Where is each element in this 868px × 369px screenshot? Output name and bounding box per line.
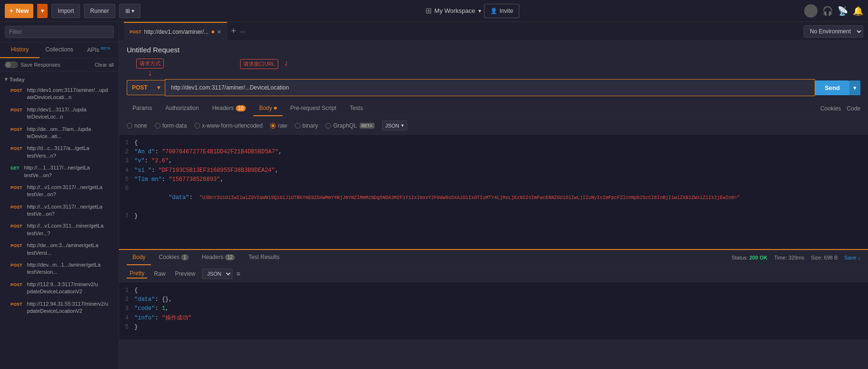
response-tabs-bar: Body Cookies 1 Headers 12 Test Results S…: [119, 250, 868, 266]
req-tab-tests[interactable]: Tests: [344, 101, 369, 116]
req-tab-body[interactable]: Body: [253, 101, 283, 116]
line-number: 7: [123, 212, 134, 221]
req-tab-params[interactable]: Params: [127, 101, 158, 116]
radio-raw[interactable]: raw: [270, 122, 287, 129]
tab-apis[interactable]: APIs BETA: [79, 42, 119, 58]
radio-circle-none: [127, 123, 132, 129]
list-item[interactable]: POST http://...v1.com:3117/...ner/getLat…: [5, 201, 114, 220]
tab-close-icon[interactable]: ×: [217, 28, 221, 36]
line-number: 4: [123, 166, 134, 175]
sidebar-today-section: ▾ Today POST http://dev1.com:3117/aminer…: [0, 71, 119, 320]
response-wrap-button[interactable]: ≡: [236, 270, 240, 278]
method-badge: POST: [9, 126, 24, 133]
code-link[interactable]: Code: [847, 105, 860, 112]
method-badge: POST: [9, 87, 24, 94]
headphones-icon[interactable]: 🎧: [822, 6, 833, 16]
radio-form-data[interactable]: form-data: [155, 122, 187, 129]
list-item[interactable]: POST http://d...c...3117/a.../getLatestV…: [5, 142, 114, 162]
res-tab-tests[interactable]: Test Results: [242, 250, 285, 265]
method-label: POST: [132, 84, 148, 91]
code-content: "data": "U3BnY2UiOiIwIiwiZGV2aWN1SQi0iJ1…: [134, 184, 740, 212]
environment-selector[interactable]: No Environment: [804, 25, 863, 38]
bell-icon[interactable]: 🔔: [853, 6, 863, 16]
runner-button[interactable]: Runner: [84, 4, 115, 18]
res-tab-body[interactable]: Body: [127, 250, 151, 265]
status-value: 200 OK: [749, 255, 767, 260]
list-item[interactable]: GET http://....1...3117/...ner/getLatest…: [5, 162, 114, 181]
sidebar-tabs: History Collections APIs BETA: [0, 42, 119, 59]
code-line-4: 4 "si ": "DF7193C5B13EF3168955F38B3B9DEA…: [119, 166, 868, 175]
workspace-label[interactable]: My Workspace: [434, 7, 475, 14]
tab-history[interactable]: History: [0, 42, 40, 58]
req-tab-auth[interactable]: Authorization: [160, 101, 204, 116]
request-tab-active[interactable]: POST http://dev1.com/aminer/... ×: [124, 22, 227, 41]
format-raw-button[interactable]: Raw: [151, 269, 168, 278]
radio-binary[interactable]: binary: [295, 122, 318, 129]
tab-method-badge: POST: [130, 30, 141, 34]
list-item[interactable]: POST http://de...om:3.../aminer/getLates…: [5, 239, 114, 259]
list-item[interactable]: POST http://dev...m...1.../aminer/getLat…: [5, 259, 114, 279]
list-item[interactable]: POST http://de...om...7/am.../updateDevi…: [5, 123, 114, 143]
invite-button[interactable]: 👤 Invite: [484, 4, 520, 18]
headers-badge: 10: [236, 105, 246, 111]
new-button[interactable]: + New: [5, 4, 33, 18]
toggle-control[interactable]: [5, 61, 18, 68]
req-tab-headers[interactable]: Headers 10: [206, 101, 251, 116]
res-tab-headers[interactable]: Headers 12: [196, 250, 241, 265]
send-button[interactable]: Send: [815, 80, 849, 95]
list-item[interactable]: POST http://...v1.com:3117/...ner/getLat…: [5, 181, 114, 201]
annotation-url-container: 请求接口URL ↓: [240, 59, 289, 77]
extra-button[interactable]: ⊞ ▾: [119, 4, 141, 18]
clear-all-button[interactable]: Clear all: [95, 62, 114, 68]
cookies-link[interactable]: Cookies: [820, 105, 841, 112]
import-button[interactable]: Import: [51, 4, 80, 18]
radio-urlencoded[interactable]: x-www-form-urlencoded: [194, 122, 262, 129]
sidebar-actions: Save Responses Clear all: [0, 59, 119, 71]
body-options: none form-data x-www-form-urlencoded raw…: [119, 117, 868, 135]
method-badge: POST: [9, 145, 24, 152]
request-title: Untitled Request: [127, 46, 860, 54]
res-tab-cookies[interactable]: Cookies 1: [153, 250, 194, 265]
code-line-7: 7 }: [119, 212, 868, 221]
list-item[interactable]: POST http://112.94.31.55:3117/minerv2/up…: [5, 298, 114, 318]
method-badge: POST: [9, 301, 24, 308]
json-format-label: JSON: [385, 123, 399, 129]
toggle-knob: [5, 62, 11, 68]
avatar-button[interactable]: [804, 4, 818, 18]
response-json-format[interactable]: JSON: [202, 269, 232, 279]
format-pretty-button[interactable]: Pretty: [127, 269, 147, 279]
line-number: 3: [123, 304, 134, 313]
broadcast-icon[interactable]: 📡: [838, 6, 848, 16]
format-preview-button[interactable]: Preview: [172, 269, 198, 278]
tab-collections[interactable]: Collections: [40, 42, 79, 58]
radio-none[interactable]: none: [127, 122, 147, 129]
new-label: New: [16, 7, 29, 14]
url-input[interactable]: [165, 79, 815, 96]
save-response-button[interactable]: Save ↓: [844, 255, 860, 260]
code-line-6: 6 "data": "U3BnY2UiOiIwIiwiZGV2aWN1SQi0i…: [119, 184, 868, 212]
request-body-editor[interactable]: 1 { 2 "An d": "70076467277E4B1DD42F21B4D…: [119, 135, 868, 249]
graphql-label: GraphQL: [333, 122, 356, 129]
json-format-select[interactable]: JSON ▾: [382, 120, 407, 130]
radio-circle-binary: [295, 123, 301, 129]
list-item[interactable]: POST http://112.9...3:3117/minerv2/updat…: [5, 279, 114, 298]
save-responses-toggle[interactable]: Save Responses: [5, 61, 60, 68]
new-button-dropdown[interactable]: ▾: [37, 4, 48, 18]
sidebar-filter-input[interactable]: [5, 26, 114, 38]
request-area: Untitled Request 请求方式 ↓ 请求接口URL ↓ POST ▾: [119, 41, 868, 101]
annotation-url: 请求接口URL: [240, 59, 278, 69]
tab-more-button[interactable]: ···: [240, 28, 246, 35]
req-tab-pre[interactable]: Pre-request Script: [284, 101, 342, 116]
new-tab-button[interactable]: +: [227, 26, 240, 36]
radio-graphql[interactable]: GraphQL BETA: [325, 122, 374, 129]
list-item[interactable]: POST http://...v1.com:311...miner/getLat…: [5, 220, 114, 239]
request-option-tabs: Params Authorization Headers 10 Body Pre…: [119, 101, 868, 117]
response-area: Body Cookies 1 Headers 12 Test Results S…: [119, 249, 868, 339]
list-item[interactable]: POST http://dev1.com:3117/aminer/...upda…: [5, 84, 114, 104]
line-number: 6: [123, 184, 134, 212]
response-format-bar: Pretty Raw Preview JSON ≡: [119, 266, 868, 282]
code-content: "v": "2.6",: [134, 157, 172, 166]
list-item[interactable]: POST http://dev1...3117/.../updateDevice…: [5, 104, 114, 123]
send-dropdown-button[interactable]: ▾: [849, 80, 860, 95]
method-select[interactable]: POST ▾: [127, 80, 165, 95]
